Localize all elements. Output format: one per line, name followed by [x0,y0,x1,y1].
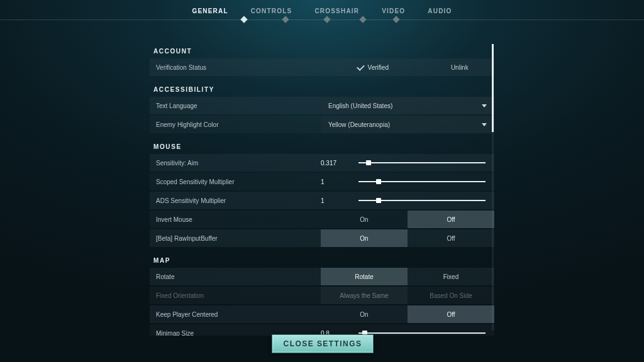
value-scoped: 1 [321,178,358,185]
toggle-opt-fixed[interactable]: Fixed [408,268,494,285]
nav-audio[interactable]: AUDIO [425,8,454,14]
nav-diamond-icon [392,16,399,23]
dropdown-value: English (United States) [328,102,392,109]
nav-controls[interactable]: CONTROLS [248,8,295,14]
toggle-opt-off[interactable]: Off [408,229,494,247]
label-enemy-highlight: Enemy Highlight Color [150,121,321,128]
toggle-opt-rotate[interactable]: Rotate [321,268,408,285]
label-sensitivity: Sensitivity: Aim [150,160,321,167]
toggle-opt-on[interactable]: On [321,305,408,323]
label-rotate: Rotate [150,273,321,280]
toggle-opt-same: Always the Same [321,287,408,304]
toggle-opt-on[interactable]: On [321,211,408,228]
toggle-opt-off[interactable]: Off [408,305,494,323]
slider-knob[interactable] [376,179,381,184]
settings-panel: ACCOUNT Verification Status Verified Unl… [150,39,494,336]
slider-minimap[interactable] [358,332,486,334]
toggle-keep-centered: On Off [321,305,494,323]
slider-knob[interactable] [376,198,381,203]
chevron-down-icon [482,104,487,107]
slider-ads[interactable] [358,200,486,201]
nav-diamond-icon [323,16,330,23]
verification-status: Verified [321,64,425,71]
label-invert: Invert Mouse [150,216,321,223]
row-sensitivity: Sensitivity: Aim 0.317 [150,154,494,172]
label-ads-sens: ADS Sensitivity Multiplier [150,197,321,204]
toggle-raw-input: On Off [321,229,494,247]
row-fixed-orientation: Fixed Orientation Always the Same Based … [150,287,494,304]
checkmark-icon [357,64,364,71]
value-sensitivity: 0.317 [321,160,358,167]
row-scoped-sens: Scoped Sensitivity Multiplier 1 [150,173,494,190]
slider-knob[interactable] [366,160,371,165]
label-keep-centered: Keep Player Centered [150,311,321,318]
chevron-down-icon [482,123,487,126]
nav-diamond-icon [282,16,289,23]
nav-general[interactable]: GENERAL [189,8,230,14]
nav-video[interactable]: VIDEO [379,8,408,14]
section-accessibility: ACCESSIBILITY [150,77,494,97]
label-raw-input: [Beta] RawInputBuffer [150,235,321,242]
dropdown-value: Yellow (Deuteranopia) [328,121,390,128]
unlink-button[interactable]: Unlink [425,64,494,71]
label-scoped-sens: Scoped Sensitivity Multiplier [150,178,321,185]
label-verification: Verification Status [150,64,321,71]
toggle-opt-off[interactable]: Off [408,211,494,228]
row-raw-input: [Beta] RawInputBuffer On Off [150,229,494,247]
toggle-opt-side: Based On Side [408,287,494,304]
slider-sensitivity[interactable] [358,162,486,163]
section-account: ACCOUNT [150,39,494,58]
scrollbar[interactable] [492,44,494,331]
top-nav: GENERAL CONTROLS CROSSHAIR VIDEO AUDIO [0,0,644,16]
nav-diamond-icon [240,16,247,23]
label-text-language: Text Language [150,102,321,109]
verification-text: Verified [368,64,389,71]
value-ads: 1 [321,197,358,204]
row-enemy-highlight: Enemy Highlight Color Yellow (Deuteranop… [150,116,494,133]
nav-crosshair[interactable]: CROSSHAIR [312,8,362,14]
nav-diamond-icon [359,16,366,23]
label-fixed-orient: Fixed Orientation [150,292,321,299]
row-text-language: Text Language English (United States) [150,97,494,114]
dropdown-text-language[interactable]: English (United States) [321,97,494,114]
slider-scoped[interactable] [358,181,486,182]
row-invert-mouse: Invert Mouse On Off [150,211,494,228]
toggle-opt-on[interactable]: On [321,229,408,247]
section-map: MAP [150,248,494,268]
scrollbar-thumb[interactable] [492,44,494,132]
row-ads-sens: ADS Sensitivity Multiplier 1 [150,192,494,209]
toggle-rotate: Rotate Fixed [321,268,494,285]
row-verification: Verification Status Verified Unlink [150,58,494,76]
toggle-invert: On Off [321,211,494,228]
row-keep-centered: Keep Player Centered On Off [150,305,494,323]
toggle-fixed-orient: Always the Same Based On Side [321,287,494,304]
section-mouse: MOUSE [150,134,494,154]
close-settings-button[interactable]: CLOSE SETTINGS [272,334,374,353]
dropdown-enemy-highlight[interactable]: Yellow (Deuteranopia) [321,116,494,133]
nav-divider [0,16,644,25]
row-rotate: Rotate Rotate Fixed [150,268,494,285]
